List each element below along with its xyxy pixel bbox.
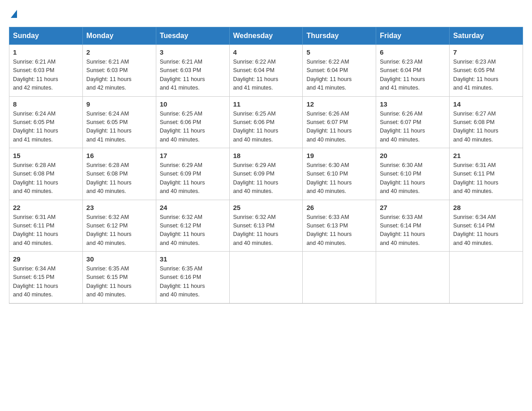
day-info: Sunrise: 6:34 AM Sunset: 6:15 PM Dayligh…	[13, 265, 79, 300]
calendar-cell: 5 Sunrise: 6:22 AM Sunset: 6:04 PM Dayli…	[303, 45, 376, 97]
calendar-cell: 20 Sunrise: 6:30 AM Sunset: 6:10 PM Dayl…	[376, 148, 450, 200]
day-number: 15	[13, 152, 79, 159]
day-info: Sunrise: 6:35 AM Sunset: 6:15 PM Dayligh…	[86, 265, 152, 300]
calendar-cell: 7 Sunrise: 6:23 AM Sunset: 6:05 PM Dayli…	[450, 45, 523, 97]
calendar-cell: 22 Sunrise: 6:31 AM Sunset: 6:11 PM Dayl…	[9, 200, 83, 252]
weekday-header-sunday: Sunday	[9, 27, 83, 45]
day-info: Sunrise: 6:21 AM Sunset: 6:03 PM Dayligh…	[13, 58, 79, 93]
calendar-cell: 6 Sunrise: 6:23 AM Sunset: 6:04 PM Dayli…	[376, 45, 450, 97]
day-info: Sunrise: 6:29 AM Sunset: 6:09 PM Dayligh…	[160, 161, 226, 196]
day-info: Sunrise: 6:22 AM Sunset: 6:04 PM Dayligh…	[233, 58, 299, 93]
header-row: SundayMondayTuesdayWednesdayThursdayFrid…	[9, 27, 523, 45]
day-number: 2	[86, 48, 152, 56]
week-row-2: 8 Sunrise: 6:24 AM Sunset: 6:05 PM Dayli…	[9, 96, 523, 148]
day-info: Sunrise: 6:25 AM Sunset: 6:06 PM Dayligh…	[233, 110, 299, 145]
day-info: Sunrise: 6:35 AM Sunset: 6:16 PM Dayligh…	[160, 265, 226, 300]
day-info: Sunrise: 6:32 AM Sunset: 6:12 PM Dayligh…	[86, 213, 152, 248]
day-number: 25	[233, 204, 299, 211]
day-info: Sunrise: 6:24 AM Sunset: 6:05 PM Dayligh…	[13, 110, 79, 145]
day-number: 23	[86, 204, 152, 211]
day-info: Sunrise: 6:30 AM Sunset: 6:10 PM Dayligh…	[306, 161, 372, 196]
day-number: 30	[86, 255, 152, 263]
calendar-cell	[450, 252, 523, 304]
week-row-3: 15 Sunrise: 6:28 AM Sunset: 6:08 PM Dayl…	[9, 148, 523, 200]
day-number: 12	[306, 100, 372, 108]
day-number: 24	[160, 204, 226, 211]
logo-text	[9, 9, 17, 18]
day-number: 17	[160, 152, 226, 159]
day-number: 29	[13, 255, 79, 263]
calendar-cell: 2 Sunrise: 6:21 AM Sunset: 6:03 PM Dayli…	[82, 45, 156, 97]
calendar-table: SundayMondayTuesdayWednesdayThursdayFrid…	[9, 27, 523, 304]
day-info: Sunrise: 6:32 AM Sunset: 6:12 PM Dayligh…	[160, 213, 226, 248]
day-number: 8	[13, 100, 79, 108]
calendar-cell: 15 Sunrise: 6:28 AM Sunset: 6:08 PM Dayl…	[9, 148, 83, 200]
calendar-cell: 9 Sunrise: 6:24 AM Sunset: 6:05 PM Dayli…	[82, 96, 156, 148]
weekday-header-thursday: Thursday	[303, 27, 376, 45]
day-number: 7	[453, 48, 519, 56]
day-number: 18	[233, 152, 299, 159]
day-number: 9	[86, 100, 152, 108]
day-number: 20	[380, 152, 446, 159]
logo-triangle-icon	[11, 10, 17, 18]
day-info: Sunrise: 6:25 AM Sunset: 6:06 PM Dayligh…	[160, 110, 226, 145]
day-number: 27	[380, 204, 446, 211]
day-info: Sunrise: 6:27 AM Sunset: 6:08 PM Dayligh…	[453, 110, 519, 145]
calendar-cell: 11 Sunrise: 6:25 AM Sunset: 6:06 PM Dayl…	[229, 96, 303, 148]
day-number: 10	[160, 100, 226, 108]
calendar-cell: 8 Sunrise: 6:24 AM Sunset: 6:05 PM Dayli…	[9, 96, 83, 148]
day-info: Sunrise: 6:30 AM Sunset: 6:10 PM Dayligh…	[380, 161, 446, 196]
calendar-cell: 31 Sunrise: 6:35 AM Sunset: 6:16 PM Dayl…	[156, 252, 229, 304]
day-info: Sunrise: 6:23 AM Sunset: 6:05 PM Dayligh…	[453, 58, 519, 93]
calendar-cell: 14 Sunrise: 6:27 AM Sunset: 6:08 PM Dayl…	[450, 96, 523, 148]
calendar-cell: 25 Sunrise: 6:32 AM Sunset: 6:13 PM Dayl…	[229, 200, 303, 252]
day-number: 16	[86, 152, 152, 159]
page-header	[9, 9, 523, 18]
day-info: Sunrise: 6:28 AM Sunset: 6:08 PM Dayligh…	[13, 161, 79, 196]
week-row-5: 29 Sunrise: 6:34 AM Sunset: 6:15 PM Dayl…	[9, 252, 523, 304]
day-info: Sunrise: 6:33 AM Sunset: 6:13 PM Dayligh…	[306, 213, 372, 248]
calendar-cell: 17 Sunrise: 6:29 AM Sunset: 6:09 PM Dayl…	[156, 148, 229, 200]
weekday-header-tuesday: Tuesday	[156, 27, 229, 45]
day-info: Sunrise: 6:34 AM Sunset: 6:14 PM Dayligh…	[453, 213, 519, 248]
weekday-header-wednesday: Wednesday	[229, 27, 303, 45]
calendar-header: SundayMondayTuesdayWednesdayThursdayFrid…	[9, 27, 523, 45]
calendar-cell: 23 Sunrise: 6:32 AM Sunset: 6:12 PM Dayl…	[82, 200, 156, 252]
day-number: 3	[160, 48, 226, 56]
day-info: Sunrise: 6:33 AM Sunset: 6:14 PM Dayligh…	[380, 213, 446, 248]
day-number: 4	[233, 48, 299, 56]
calendar-cell: 1 Sunrise: 6:21 AM Sunset: 6:03 PM Dayli…	[9, 45, 83, 97]
day-info: Sunrise: 6:31 AM Sunset: 6:11 PM Dayligh…	[453, 161, 519, 196]
weekday-header-friday: Friday	[376, 27, 450, 45]
calendar-cell: 3 Sunrise: 6:21 AM Sunset: 6:03 PM Dayli…	[156, 45, 229, 97]
day-info: Sunrise: 6:26 AM Sunset: 6:07 PM Dayligh…	[306, 110, 372, 145]
calendar-cell: 27 Sunrise: 6:33 AM Sunset: 6:14 PM Dayl…	[376, 200, 450, 252]
day-info: Sunrise: 6:29 AM Sunset: 6:09 PM Dayligh…	[233, 161, 299, 196]
day-info: Sunrise: 6:23 AM Sunset: 6:04 PM Dayligh…	[380, 58, 446, 93]
day-number: 19	[306, 152, 372, 159]
calendar-cell: 12 Sunrise: 6:26 AM Sunset: 6:07 PM Dayl…	[303, 96, 376, 148]
calendar-cell: 29 Sunrise: 6:34 AM Sunset: 6:15 PM Dayl…	[9, 252, 83, 304]
calendar-cell: 30 Sunrise: 6:35 AM Sunset: 6:15 PM Dayl…	[82, 252, 156, 304]
day-number: 22	[13, 204, 79, 211]
calendar-cell: 28 Sunrise: 6:34 AM Sunset: 6:14 PM Dayl…	[450, 200, 523, 252]
calendar-cell: 18 Sunrise: 6:29 AM Sunset: 6:09 PM Dayl…	[229, 148, 303, 200]
logo	[9, 9, 17, 18]
day-number: 13	[380, 100, 446, 108]
calendar-cell: 24 Sunrise: 6:32 AM Sunset: 6:12 PM Dayl…	[156, 200, 229, 252]
weekday-header-saturday: Saturday	[450, 27, 523, 45]
calendar-cell: 16 Sunrise: 6:28 AM Sunset: 6:08 PM Dayl…	[82, 148, 156, 200]
day-info: Sunrise: 6:31 AM Sunset: 6:11 PM Dayligh…	[13, 213, 79, 248]
calendar-cell: 4 Sunrise: 6:22 AM Sunset: 6:04 PM Dayli…	[229, 45, 303, 97]
day-number: 28	[453, 204, 519, 211]
week-row-1: 1 Sunrise: 6:21 AM Sunset: 6:03 PM Dayli…	[9, 45, 523, 97]
calendar-cell	[229, 252, 303, 304]
day-number: 21	[453, 152, 519, 159]
day-info: Sunrise: 6:32 AM Sunset: 6:13 PM Dayligh…	[233, 213, 299, 248]
calendar-body: 1 Sunrise: 6:21 AM Sunset: 6:03 PM Dayli…	[9, 45, 523, 304]
week-row-4: 22 Sunrise: 6:31 AM Sunset: 6:11 PM Dayl…	[9, 200, 523, 252]
calendar-cell: 26 Sunrise: 6:33 AM Sunset: 6:13 PM Dayl…	[303, 200, 376, 252]
day-number: 1	[13, 48, 79, 56]
day-number: 5	[306, 48, 372, 56]
weekday-header-monday: Monday	[82, 27, 156, 45]
